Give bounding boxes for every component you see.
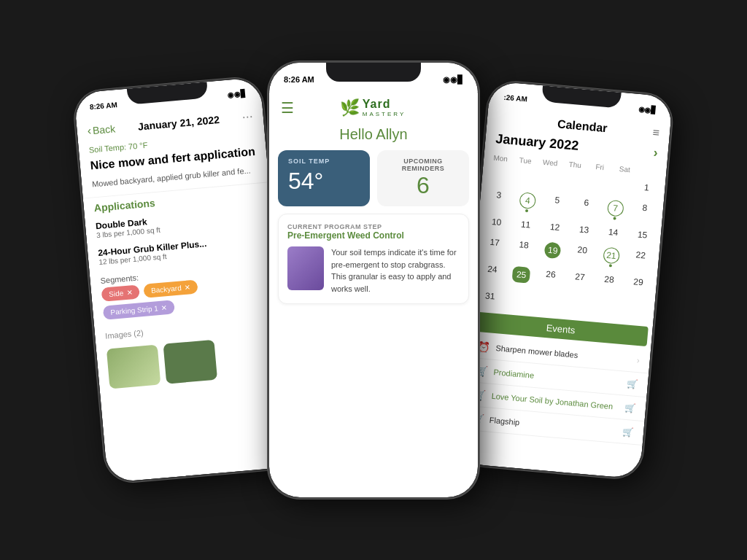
cal-day-10[interactable]: 10 xyxy=(481,213,511,234)
segment-remove-backyard[interactable]: ✕ xyxy=(184,283,190,292)
day-header-thu: Thu xyxy=(562,158,588,171)
logo: 🌿 Yard MASTERY xyxy=(340,98,406,117)
segment-remove-parking[interactable]: ✕ xyxy=(160,303,167,312)
cal-day-20[interactable]: 20 xyxy=(567,241,597,268)
event-name-1: Sharpen mower blades xyxy=(495,343,578,359)
back-button[interactable]: ‹ Back xyxy=(87,122,116,137)
greeting-text: Hello Allyn xyxy=(269,123,478,150)
calendar-days: 1 3 4 5 6 7 8 10 1 xyxy=(475,166,661,321)
cal-day-15[interactable]: 15 xyxy=(627,225,657,246)
logo-yard-text: Yard xyxy=(363,98,406,111)
logo-mastery-text: MASTERY xyxy=(363,111,406,117)
center-status-icons: ◉◉▊ xyxy=(443,75,463,85)
cal-day-7[interactable]: 7 xyxy=(600,196,630,224)
day-header-wed: Wed xyxy=(538,156,563,169)
reminders-card[interactable]: UPCOMING REMINDERS 6 xyxy=(377,150,469,206)
cal-empty-5 xyxy=(603,176,632,197)
chevron-left-icon: ‹ xyxy=(87,124,92,137)
cal-day-3[interactable]: 3 xyxy=(484,186,514,214)
image-thumb-1[interactable] xyxy=(107,344,161,389)
cal-day-31[interactable]: 31 xyxy=(475,287,504,308)
segment-label-backyard: Backyard xyxy=(151,284,182,295)
segment-label-side: Side xyxy=(109,289,124,298)
day-header-sat: Sat xyxy=(612,163,638,176)
center-notch xyxy=(326,63,421,82)
event-chevron-1: › xyxy=(636,355,640,365)
cal-day-25[interactable]: 25 xyxy=(506,262,536,290)
soil-temp-card: SOIL TEMP 54° xyxy=(278,150,370,206)
reminders-count: 6 xyxy=(417,172,430,199)
cal-day-11[interactable]: 11 xyxy=(511,215,540,236)
event-left-2: 🛒 Prodiamine xyxy=(475,365,535,381)
calendar-grid: Mon Tue Wed Thu Fri Sat 1 xyxy=(471,152,667,322)
right-time: :26 AM xyxy=(503,93,527,103)
image-thumb-2[interactable] xyxy=(163,340,218,384)
cal-day-26[interactable]: 26 xyxy=(535,265,565,293)
center-nav: ☰ 🌿 Yard MASTERY xyxy=(269,92,478,123)
segment-remove-side[interactable]: ✕ xyxy=(126,288,133,297)
back-label: Back xyxy=(92,122,115,136)
cal-empty-3 xyxy=(544,171,573,192)
calendar-month: January 2022 xyxy=(495,131,579,154)
cal-day-27[interactable]: 27 xyxy=(565,268,595,295)
cal-day-8[interactable]: 8 xyxy=(630,199,659,227)
left-phone: 8:26 AM ◉◉▊ ‹ Back January 21, 2022 ··· … xyxy=(72,76,295,485)
program-step-label: CURRENT PROGRAM STEP xyxy=(287,223,460,230)
program-description: Your soil temps indicate it's time for p… xyxy=(331,246,460,295)
cal-empty-4 xyxy=(573,174,603,195)
right-phone-screen: :26 AM ◉◉▊ Calendar ≡ January 2022 › Mon… xyxy=(457,81,673,479)
event-name-4: Flagship xyxy=(489,416,519,427)
event-list: ⏰ Sharpen mower blades › 🛒 Prodiamine 🛒 xyxy=(457,331,651,479)
calendar-title: Calendar xyxy=(557,117,608,135)
program-body: Your soil temps indicate it's time for p… xyxy=(287,246,460,295)
calendar-next-button[interactable]: › xyxy=(653,145,659,160)
event-name-3: Love Your Soil by Jonathan Green xyxy=(491,392,613,411)
cal-empty-1 xyxy=(486,166,515,187)
segment-label-parking: Parking Strip 1 xyxy=(110,304,158,316)
cal-day-17[interactable]: 17 xyxy=(479,233,509,261)
calendar-list-icon[interactable]: ≡ xyxy=(652,126,660,140)
cal-empty-2 xyxy=(515,168,544,190)
cal-day-28[interactable]: 28 xyxy=(594,271,624,298)
cards-row: SOIL TEMP 54° UPCOMING REMINDERS 6 xyxy=(269,150,478,214)
left-time: 8:26 AM xyxy=(89,101,117,111)
hamburger-icon[interactable]: ☰ xyxy=(281,99,294,117)
cal-day-1[interactable]: 1 xyxy=(632,179,661,200)
reminders-label: UPCOMING REMINDERS xyxy=(387,158,459,172)
soil-temp-value: 54° xyxy=(288,168,360,195)
event-left-1: ⏰ Sharpen mower blades xyxy=(477,341,578,361)
day-header-mon: Mon xyxy=(488,152,514,165)
center-phone: 8:26 AM ◉◉▊ ☰ 🌿 Yard MASTERY xyxy=(268,61,479,499)
cal-day-24[interactable]: 24 xyxy=(477,260,507,288)
cal-day-22[interactable]: 22 xyxy=(625,246,655,273)
more-menu[interactable]: ··· xyxy=(241,109,254,125)
program-step-title: Pre-Emergent Weed Control xyxy=(287,230,460,241)
left-status-icons: ◉◉▊ xyxy=(228,89,247,98)
segment-side[interactable]: Side ✕ xyxy=(101,284,140,301)
right-status-icons: ◉◉▊ xyxy=(638,104,657,114)
program-card[interactable]: CURRENT PROGRAM STEP Pre-Emergent Weed C… xyxy=(278,214,469,304)
cal-day-29[interactable]: 29 xyxy=(623,273,653,300)
cal-day-12[interactable]: 12 xyxy=(540,218,569,239)
event-cart-2: 🛒 xyxy=(626,378,638,389)
cal-day-13[interactable]: 13 xyxy=(569,220,598,241)
cal-day-4[interactable]: 4 xyxy=(513,189,543,217)
soil-temp-label: SOIL TEMP xyxy=(288,158,360,165)
phones-container: 8:26 AM ◉◉▊ ‹ Back January 21, 2022 ··· … xyxy=(45,18,702,542)
entry-date: January 21, 2022 xyxy=(137,113,220,132)
center-phone-screen: 8:26 AM ◉◉▊ ☰ 🌿 Yard MASTERY xyxy=(269,63,478,497)
cal-day-6[interactable]: 6 xyxy=(571,194,601,222)
cal-day-18[interactable]: 18 xyxy=(508,236,538,263)
event-name-2: Prodiamine xyxy=(493,368,534,380)
cal-day-21[interactable]: 21 xyxy=(596,244,626,271)
center-time: 8:26 AM xyxy=(284,75,314,84)
cal-day-14[interactable]: 14 xyxy=(598,223,627,244)
event-cart-4: 🛒 xyxy=(622,427,634,438)
product-image xyxy=(287,246,324,290)
event-cart-3: 🛒 xyxy=(624,402,635,413)
segment-parking[interactable]: Parking Strip 1 ✕ xyxy=(103,300,175,319)
cal-day-19[interactable]: 19 xyxy=(538,238,568,266)
day-header-tue: Tue xyxy=(513,154,538,167)
cal-day-5[interactable]: 5 xyxy=(542,191,572,219)
right-phone: :26 AM ◉◉▊ Calendar ≡ January 2022 › Mon… xyxy=(455,79,674,481)
